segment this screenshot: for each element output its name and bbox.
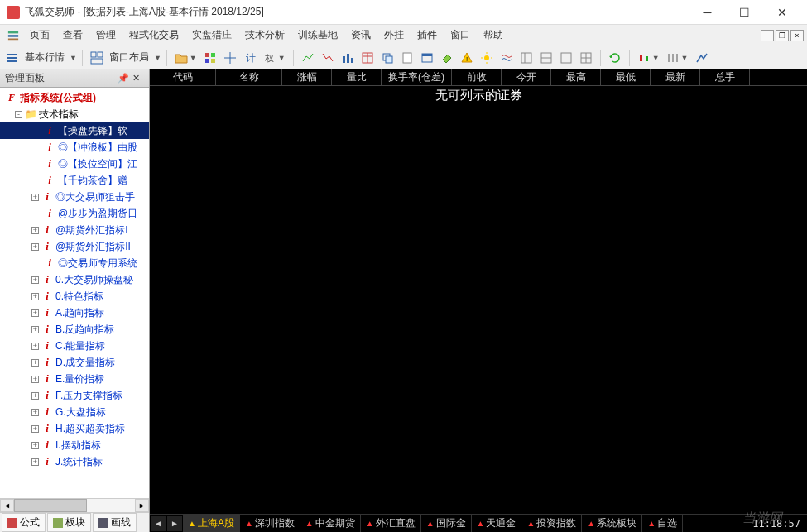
menu-plugin[interactable]: 插件 bbox=[411, 25, 444, 46]
expand-icon[interactable]: + bbox=[31, 326, 39, 333]
tree-item[interactable]: +iD.成交量指标 bbox=[0, 354, 149, 371]
tb-folder-open-icon[interactable]: ▼ bbox=[172, 49, 199, 67]
expand-icon[interactable]: + bbox=[31, 458, 39, 466]
menu-addon[interactable]: 外挂 bbox=[377, 25, 411, 46]
expand-icon[interactable]: + bbox=[31, 293, 39, 300]
expand-icon[interactable]: + bbox=[31, 227, 39, 234]
tree-item[interactable]: +iA.趋向指标 bbox=[0, 304, 149, 321]
panel-h-scrollbar[interactable]: ◄ ► bbox=[0, 498, 149, 512]
tree-item[interactable]: +iB.反趋向指标 bbox=[0, 321, 149, 338]
tree-item[interactable]: +iE.量价指标 bbox=[0, 371, 149, 387]
expand-icon[interactable]: + bbox=[31, 243, 39, 251]
panel-tab-drawline[interactable]: 画线 bbox=[93, 513, 137, 532]
tb-panel2-icon[interactable] bbox=[537, 49, 555, 67]
tb-sun-icon[interactable] bbox=[478, 49, 496, 67]
tb-ruler-icon[interactable]: 权▼ bbox=[261, 49, 288, 67]
collapse-icon[interactable]: - bbox=[15, 111, 22, 118]
col-open[interactable]: 今开 bbox=[502, 69, 551, 85]
tb-eraser-icon[interactable] bbox=[438, 49, 456, 67]
tb-chart2-icon[interactable] bbox=[319, 49, 337, 67]
mdi-restore-button[interactable]: ❐ bbox=[776, 30, 789, 41]
panel-close-icon[interactable]: ✕ bbox=[132, 73, 144, 84]
tb-table-icon[interactable] bbox=[358, 49, 377, 67]
tb-bars-icon[interactable] bbox=[339, 49, 357, 67]
market-tab[interactable]: ▲外汇直盘 bbox=[361, 515, 421, 532]
mdi-close-button[interactable]: × bbox=[790, 30, 804, 41]
expand-icon[interactable]: + bbox=[31, 309, 39, 317]
menu-page[interactable]: 页面 bbox=[23, 25, 56, 46]
tb-refresh-icon[interactable] bbox=[606, 49, 624, 67]
col-totalvol[interactable]: 总手 bbox=[700, 69, 750, 85]
tree-item[interactable]: +iH.超买超卖指标 bbox=[0, 420, 149, 437]
tree-item[interactable]: +i@期货外汇指标II bbox=[0, 238, 149, 255]
tree-item[interactable]: +i0.特色指标 bbox=[0, 288, 149, 304]
scroll-right-icon[interactable]: ► bbox=[135, 499, 149, 512]
tb-grid-icon[interactable] bbox=[201, 49, 219, 67]
menu-real-trade[interactable]: 实盘猎庄 bbox=[185, 25, 238, 46]
menu-help[interactable]: 帮助 bbox=[477, 25, 510, 46]
col-turnover[interactable]: 换手率(仓差) bbox=[382, 69, 452, 85]
expand-icon[interactable]: + bbox=[31, 442, 39, 449]
tree-item[interactable]: i【操盘先锋】软 bbox=[0, 122, 149, 139]
tree-item[interactable]: +iG.大盘指标 bbox=[0, 404, 149, 420]
tree-item[interactable]: i@步步为盈期货日 bbox=[0, 205, 149, 222]
expand-icon[interactable]: + bbox=[31, 409, 39, 416]
panel-tab-block[interactable]: 板块 bbox=[47, 513, 91, 532]
tb-crosshair-icon[interactable] bbox=[221, 49, 239, 67]
tree-tech-indicators[interactable]: - 📁 技术指标 bbox=[0, 106, 149, 122]
tb-panel1-icon[interactable] bbox=[517, 49, 536, 67]
mdi-minimize-button[interactable]: - bbox=[761, 30, 774, 41]
tree-root[interactable]: F 指标系统(公式组) bbox=[0, 89, 149, 106]
tb-copy-icon[interactable] bbox=[378, 49, 396, 67]
col-last[interactable]: 最新 bbox=[651, 69, 700, 85]
dropdown-icon[interactable]: ▼ bbox=[152, 54, 161, 62]
market-tab[interactable]: ▲上海A股 bbox=[183, 515, 240, 532]
panel-tab-formula[interactable]: 公式 bbox=[2, 513, 46, 532]
tabs-prev-icon[interactable]: ◄ bbox=[151, 516, 166, 531]
tb-line-icon[interactable] bbox=[693, 49, 711, 67]
tb-layout-icon[interactable] bbox=[88, 49, 106, 67]
market-tab[interactable]: ▲中金期货 bbox=[300, 515, 361, 532]
col-high[interactable]: 最高 bbox=[551, 69, 601, 85]
tree-item[interactable]: i◎交易师专用系统 bbox=[0, 255, 149, 271]
tree-item[interactable]: i◎【冲浪板】由股 bbox=[0, 139, 149, 156]
tb-candles-icon[interactable]: ▼ bbox=[635, 49, 662, 67]
tb-window-layout-label[interactable]: 窗口布局 bbox=[108, 50, 151, 65]
tb-window-icon[interactable] bbox=[418, 49, 436, 67]
col-change[interactable]: 涨幅 bbox=[282, 69, 332, 85]
tree-item[interactable]: +iJ.统计指标 bbox=[0, 453, 149, 470]
close-button[interactable]: ✕ bbox=[763, 1, 800, 24]
menu-tech-analysis[interactable]: 技术分析 bbox=[238, 25, 291, 46]
maximize-button[interactable]: ☐ bbox=[726, 1, 763, 24]
tb-chart1-icon[interactable] bbox=[299, 49, 317, 67]
expand-icon[interactable]: + bbox=[31, 194, 39, 201]
tree-item[interactable]: +i◎大交易师狙击手 bbox=[0, 189, 149, 205]
pin-icon[interactable]: 📌 bbox=[118, 73, 129, 84]
menu-training[interactable]: 训练基地 bbox=[291, 25, 344, 46]
col-prevclose[interactable]: 前收 bbox=[452, 69, 502, 85]
market-tab[interactable]: ▲系统板块 bbox=[582, 515, 642, 532]
tree-item[interactable]: i◎【换位空间】江 bbox=[0, 156, 149, 172]
menu-manage[interactable]: 管理 bbox=[89, 25, 122, 46]
indicator-tree[interactable]: F 指标系统(公式组) - 📁 技术指标 i【操盘先锋】软i◎【冲浪板】由股i◎… bbox=[0, 88, 149, 498]
market-tab[interactable]: ▲天通金 bbox=[472, 515, 522, 532]
market-tab[interactable]: ▲自选 bbox=[642, 515, 683, 532]
menu-window[interactable]: 窗口 bbox=[444, 25, 477, 46]
menu-info[interactable]: 资讯 bbox=[344, 25, 377, 46]
dropdown-icon[interactable]: ▼ bbox=[68, 54, 77, 62]
col-volratio[interactable]: 量比 bbox=[332, 69, 382, 85]
menu-view[interactable]: 查看 bbox=[56, 25, 89, 46]
col-code[interactable]: 代码 bbox=[150, 69, 216, 85]
minimize-button[interactable]: ─ bbox=[689, 1, 726, 24]
expand-icon[interactable]: + bbox=[31, 343, 39, 350]
tb-waves-icon[interactable] bbox=[497, 49, 516, 67]
tb-panel4-icon[interactable] bbox=[577, 49, 595, 67]
tree-item[interactable]: +i@期货外汇指标I bbox=[0, 222, 149, 238]
expand-icon[interactable]: + bbox=[31, 392, 39, 400]
tb-doc-icon[interactable] bbox=[398, 49, 416, 67]
scroll-thumb[interactable] bbox=[14, 499, 87, 512]
tb-panel3-icon[interactable] bbox=[557, 49, 575, 67]
col-name[interactable]: 名称 bbox=[216, 69, 282, 85]
tree-item[interactable]: +i0.大交易师操盘秘 bbox=[0, 271, 149, 288]
tb-basic-market-label[interactable]: 基本行情 bbox=[23, 50, 66, 65]
